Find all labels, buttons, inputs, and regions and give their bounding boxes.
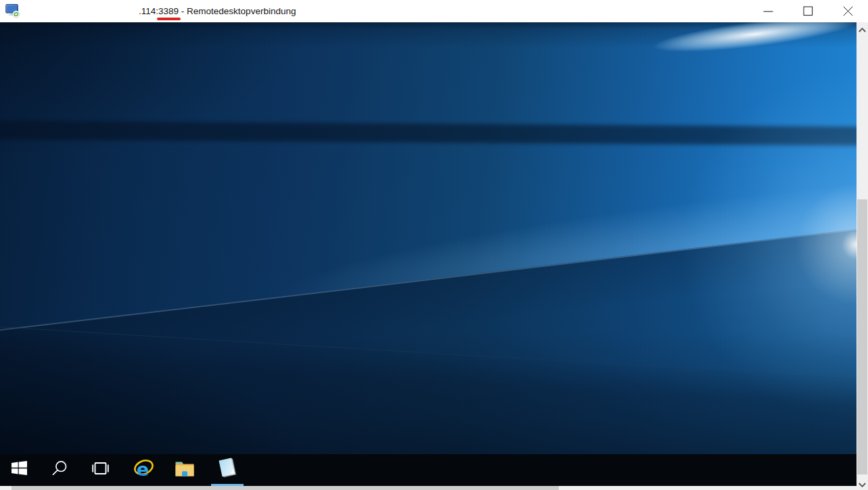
maximize-button[interactable] xyxy=(788,0,828,22)
scroll-down-button[interactable] xyxy=(856,477,868,490)
search-button[interactable] xyxy=(43,454,76,490)
maximize-icon xyxy=(803,6,813,16)
window-controls xyxy=(748,0,868,22)
notepad-button[interactable] xyxy=(211,454,244,490)
task-view-button[interactable] xyxy=(84,454,116,490)
chevron-up-icon xyxy=(859,23,866,35)
close-icon xyxy=(843,6,853,16)
horizontal-scrollbar[interactable] xyxy=(0,486,856,490)
remote-desktop-icon[interactable] xyxy=(5,3,20,18)
svg-text:e: e xyxy=(136,458,148,478)
vertical-scrollbar-thumb[interactable] xyxy=(857,199,867,474)
title-host: .114: xyxy=(139,6,158,16)
scroll-up-button[interactable] xyxy=(856,22,868,35)
notepad-icon xyxy=(216,457,239,482)
chevron-down-icon xyxy=(859,478,866,490)
start-button[interactable] xyxy=(3,454,35,490)
close-button[interactable] xyxy=(828,0,868,22)
rdp-window: .114:3389 - Remotedesktopverbindung xyxy=(0,0,868,490)
window-title: .114:3389 - Remotedesktopverbindung xyxy=(139,0,296,22)
wallpaper-bottom-left-vignette xyxy=(0,22,856,490)
titlebar: .114:3389 - Remotedesktopverbindung xyxy=(0,0,868,22)
file-explorer-icon xyxy=(175,459,195,480)
internet-explorer-icon: e xyxy=(133,458,154,481)
minimize-icon xyxy=(763,6,773,16)
horizontal-scrollbar-thumb[interactable] xyxy=(12,486,559,490)
scroll-left-button[interactable] xyxy=(0,486,12,490)
minimize-button[interactable] xyxy=(748,0,788,22)
remote-desktop-viewport[interactable]: e xyxy=(0,22,856,490)
search-icon xyxy=(51,460,68,479)
task-view-icon xyxy=(91,461,110,479)
title-app: - Remotedesktopverbindung xyxy=(179,6,296,16)
port-number: 3389 xyxy=(158,6,179,16)
file-explorer-button[interactable] xyxy=(168,454,201,490)
windows-logo-icon xyxy=(12,461,27,478)
taskbar: e xyxy=(0,454,856,490)
vertical-scrollbar[interactable] xyxy=(856,22,868,490)
internet-explorer-button[interactable]: e xyxy=(127,454,160,490)
